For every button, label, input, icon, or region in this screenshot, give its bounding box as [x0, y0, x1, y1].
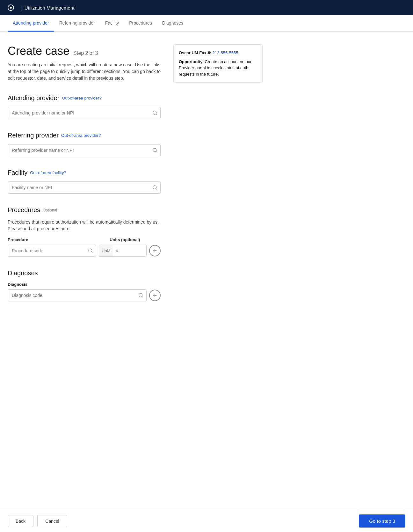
units-input[interactable] — [113, 245, 146, 256]
tab-facility[interactable]: Facility — [100, 15, 124, 32]
page-title-block: Create case Step 2 of 3 — [8, 44, 161, 58]
search-icon — [152, 110, 157, 115]
procedure-code-input[interactable] — [8, 245, 96, 257]
procedures-section: Procedures Optional Procedures that requ… — [8, 206, 161, 257]
facility-title: Facility Out-of-area facility? — [8, 169, 161, 176]
facility-input[interactable] — [8, 181, 161, 194]
procedures-col-headers: Procedure Units (optional) — [8, 237, 161, 242]
facility-section: Facility Out-of-area facility? — [8, 169, 161, 194]
main-content: Create case Step 2 of 3 You are creating… — [0, 32, 382, 352]
attending-provider-section: Attending provider Out-of-area provider? — [8, 94, 161, 119]
procedures-title: Procedures Optional — [8, 206, 161, 214]
plus-icon — [152, 292, 158, 298]
attending-provider-search-button[interactable] — [152, 110, 157, 115]
attending-provider-link[interactable]: Out-of-area provider? — [62, 96, 101, 100]
tab-attending-provider[interactable]: Attending provider — [8, 15, 54, 32]
svg-line-3 — [156, 151, 157, 152]
uom-label: UoM — [99, 245, 113, 256]
facility-search-button[interactable] — [152, 185, 157, 190]
app-name: Utilization Management — [25, 5, 75, 11]
add-diagnosis-button[interactable] — [149, 290, 161, 301]
referring-provider-title: Referring provider Out-of-area provider? — [8, 132, 161, 139]
header-divider: | — [20, 4, 22, 11]
svg-point-10 — [139, 293, 142, 297]
svg-line-5 — [156, 188, 157, 189]
opportunity-line: Opportunity: Create an account on our Pr… — [179, 59, 257, 78]
facility-input-wrap — [8, 181, 161, 194]
diagnosis-code-input[interactable] — [8, 289, 147, 301]
diagnoses-section: Diagnoses Diagnosis — [8, 270, 161, 301]
procedure-search-button[interactable] — [88, 248, 93, 253]
procedure-row: UoM — [8, 245, 161, 257]
svg-point-6 — [89, 249, 92, 252]
col-header-units: Units (optional) — [110, 237, 161, 242]
app-logo — [8, 4, 14, 11]
info-card: Oscar UM Fax #: 212-555-5555 Opportunity… — [173, 44, 263, 83]
attending-provider-input-wrap — [8, 107, 161, 119]
procedures-subtitle: Optional — [43, 208, 57, 212]
svg-point-2 — [153, 148, 156, 152]
procedure-input-wrap — [8, 245, 96, 257]
tab-procedures[interactable]: Procedures — [124, 15, 157, 32]
fax-label: Oscar UM Fax #: — [179, 50, 211, 55]
page-title: Create case — [8, 44, 69, 58]
svg-point-4 — [153, 186, 156, 189]
app-header: | Utilization Management — [0, 0, 413, 15]
referring-provider-link[interactable]: Out-of-area provider? — [61, 133, 101, 138]
attending-provider-title: Attending provider Out-of-area provider? — [8, 94, 161, 102]
plus-icon — [152, 248, 158, 254]
facility-link[interactable]: Out-of-area facility? — [30, 170, 66, 175]
diagnoses-title: Diagnoses — [8, 270, 161, 277]
attending-provider-input[interactable] — [8, 107, 161, 119]
referring-provider-input-wrap — [8, 144, 161, 156]
search-icon — [152, 185, 157, 190]
diagnosis-search-button[interactable] — [138, 293, 143, 298]
referring-provider-input[interactable] — [8, 144, 161, 156]
svg-line-11 — [142, 296, 143, 297]
diagnosis-row — [8, 289, 161, 301]
referring-provider-section: Referring provider Out-of-area provider? — [8, 132, 161, 156]
col-header-procedure: Procedure — [8, 237, 107, 242]
svg-line-7 — [91, 252, 92, 253]
svg-line-1 — [156, 114, 157, 115]
diagnosis-label: Diagnosis — [8, 282, 161, 287]
step-label: Step 2 of 3 — [73, 50, 98, 56]
add-procedure-button[interactable] — [149, 245, 161, 256]
diagnosis-input-wrap — [8, 289, 147, 301]
sidebar: Oscar UM Fax #: 212-555-5555 Opportunity… — [173, 44, 263, 314]
referring-provider-search-button[interactable] — [152, 148, 157, 153]
procedures-description: Procedures that require authorization wi… — [8, 219, 161, 232]
page-description: You are creating an initial request, whi… — [8, 62, 161, 82]
tab-referring-provider[interactable]: Referring provider — [54, 15, 100, 32]
opportunity-label: Opportunity — [179, 59, 202, 64]
form-content: Create case Step 2 of 3 You are creating… — [8, 44, 161, 314]
fax-number: 212-555-5555 — [213, 50, 238, 55]
search-icon — [88, 248, 93, 253]
uom-group: UoM — [99, 245, 147, 257]
fax-line: Oscar UM Fax #: 212-555-5555 — [179, 50, 257, 56]
nav-tabs: Attending provider Referring provider Fa… — [0, 15, 413, 32]
search-icon — [152, 148, 157, 153]
tab-diagnoses[interactable]: Diagnoses — [157, 15, 188, 32]
svg-point-0 — [153, 111, 156, 115]
search-icon — [138, 293, 143, 298]
